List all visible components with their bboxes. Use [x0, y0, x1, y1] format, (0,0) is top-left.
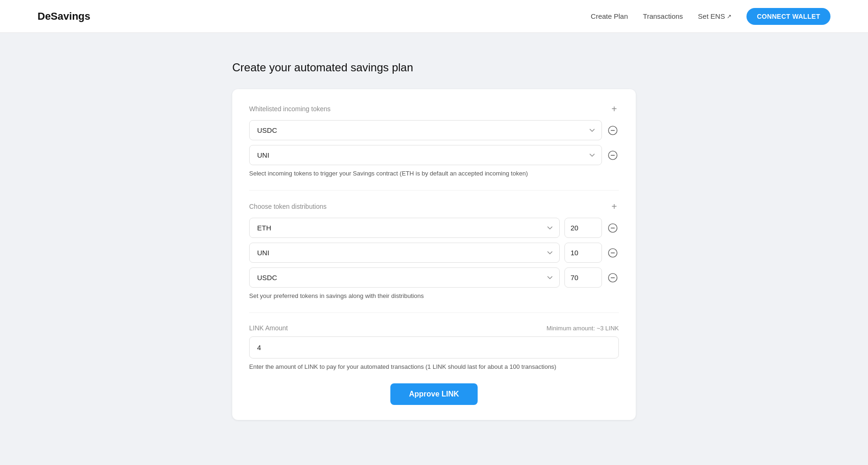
divider-2	[249, 313, 619, 313]
remove-whitelisted-token-1-button[interactable]	[607, 149, 619, 161]
form-card: Whitelisted incoming tokens + USDC UNI E…	[232, 89, 636, 420]
distribution-row-0: ETH UNI USDC DAI	[249, 218, 619, 238]
distributions-helper-text: Set your preferred tokens in savings alo…	[249, 292, 619, 299]
distributions-section: Choose token distributions + ETH UNI USD…	[249, 202, 619, 299]
link-helper-text: Enter the amount of LINK to pay for your…	[249, 363, 619, 370]
remove-distribution-2-button[interactable]	[607, 272, 619, 284]
whitelisted-label: Whitelisted incoming tokens	[249, 105, 331, 113]
distribution-amount-input-0[interactable]	[564, 218, 602, 238]
nav: Create Plan Transactions Set ENS ↗ CONNE…	[591, 8, 830, 25]
whitelisted-header: Whitelisted incoming tokens +	[249, 104, 619, 114]
approve-link-button[interactable]: Approve LINK	[390, 383, 478, 405]
distribution-amount-input-2[interactable]	[564, 267, 602, 288]
divider-1	[249, 190, 619, 191]
whitelisted-token-select-1[interactable]: UNI USDC ETH DAI	[249, 145, 602, 165]
link-label: LINK Amount	[249, 324, 288, 332]
whitelisted-token-select-0[interactable]: USDC UNI ETH DAI	[249, 120, 602, 140]
distributions-header: Choose token distributions +	[249, 202, 619, 211]
link-header: LINK Amount Minimum amount: ~3 LINK	[249, 324, 619, 332]
link-amount-input[interactable]	[249, 336, 619, 358]
add-distribution-button[interactable]: +	[609, 202, 619, 211]
external-link-icon: ↗	[727, 13, 731, 20]
page-title: Create your automated savings plan	[232, 61, 413, 74]
distribution-row-2: USDC ETH UNI DAI	[249, 267, 619, 288]
add-whitelisted-token-button[interactable]: +	[609, 104, 619, 114]
connect-wallet-button[interactable]: CONNECT WALLET	[746, 8, 830, 25]
whitelisted-token-row-1: UNI USDC ETH DAI	[249, 145, 619, 165]
remove-distribution-1-button[interactable]	[607, 247, 619, 259]
distribution-token-select-0[interactable]: ETH UNI USDC DAI	[249, 218, 560, 238]
distribution-row-1: UNI ETH USDC DAI	[249, 243, 619, 263]
remove-whitelisted-token-0-button[interactable]	[607, 124, 619, 137]
link-amount-section: LINK Amount Minimum amount: ~3 LINK Ente…	[249, 324, 619, 370]
remove-distribution-0-button[interactable]	[607, 222, 619, 234]
distribution-token-select-1[interactable]: UNI ETH USDC DAI	[249, 243, 560, 263]
whitelisted-token-row-0: USDC UNI ETH DAI	[249, 120, 619, 140]
link-min-label: Minimum amount: ~3 LINK	[547, 325, 619, 332]
logo: DeSavings	[38, 10, 91, 23]
distributions-label: Choose token distributions	[249, 203, 327, 210]
distribution-amount-input-1[interactable]	[564, 243, 602, 263]
whitelisted-tokens-section: Whitelisted incoming tokens + USDC UNI E…	[249, 104, 619, 177]
main-content: Create your automated savings plan White…	[0, 33, 868, 457]
nav-set-ens[interactable]: Set ENS ↗	[698, 12, 732, 20]
nav-transactions[interactable]: Transactions	[643, 12, 683, 20]
header: DeSavings Create Plan Transactions Set E…	[0, 0, 868, 33]
approve-button-wrapper: Approve LINK	[249, 383, 619, 405]
whitelisted-helper-text: Select incoming tokens to trigger your S…	[249, 170, 619, 177]
nav-create-plan[interactable]: Create Plan	[591, 12, 628, 20]
distribution-token-select-2[interactable]: USDC ETH UNI DAI	[249, 267, 560, 288]
